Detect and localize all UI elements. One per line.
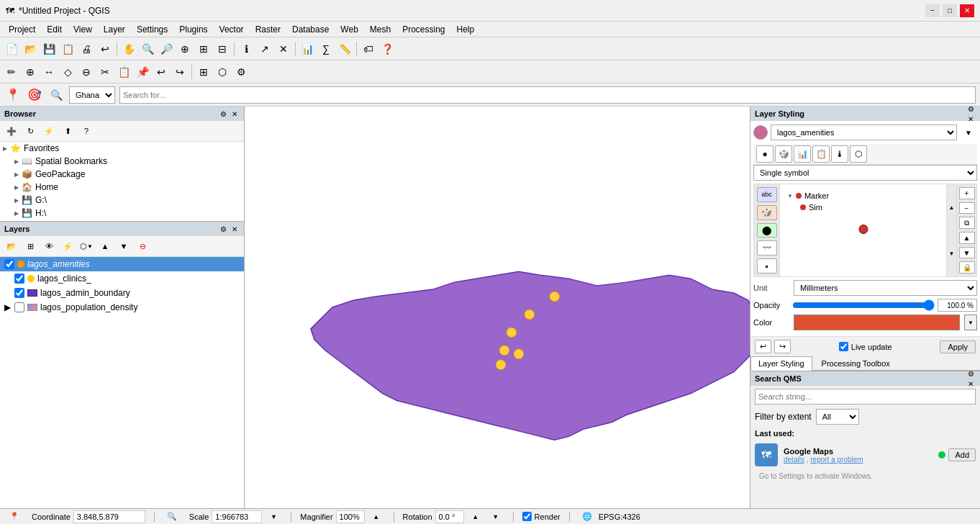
browser-item-home[interactable]: ▶ 🏠 Home [0, 181, 244, 194]
save-as-button[interactable]: 📋 [59, 40, 76, 58]
symbol-tree-sim[interactable]: Sim [786, 202, 940, 213]
lock-symbol-btn[interactable]: 🔒 [959, 261, 975, 274]
layer-styling-close-button[interactable]: ✕ [966, 114, 976, 124]
advanced-edit-button[interactable]: ⚙ [232, 63, 250, 81]
maximize-button[interactable]: □ [943, 4, 957, 17]
browser-item-bookmarks[interactable]: ▶ 📖 Spatial Bookmarks [0, 155, 244, 168]
layer-styling-settings-button[interactable]: ⚙ [966, 104, 976, 114]
zoom-selection-button[interactable]: ⊟ [214, 40, 231, 58]
browser-item-g-drive[interactable]: ▶ 💾 G:\ [0, 194, 244, 207]
layer-item-clinics[interactable]: lagos_clinics_ [0, 271, 244, 286]
layer-color-indicator[interactable] [753, 125, 768, 140]
categorized-btn[interactable]: 🎲 [775, 145, 792, 163]
browser-collapse-button[interactable]: ⬆ [59, 122, 76, 140]
move-layer-down-button[interactable]: ▼ [115, 238, 132, 255]
edit-digitize-button[interactable]: ✏ [3, 63, 20, 81]
layer-item-population[interactable]: ▶ lagos_population_density [0, 300, 244, 315]
zoom-layer-button[interactable]: ⊞ [195, 40, 212, 58]
heatmap-btn[interactable]: 🌡 [831, 145, 848, 163]
menu-item-view[interactable]: View [68, 23, 98, 36]
magnifier-arrow-btn[interactable]: ▲ [368, 508, 385, 525]
menu-item-mesh[interactable]: Mesh [364, 23, 396, 36]
opacity-input[interactable] [938, 299, 977, 312]
menu-item-layer[interactable]: Layer [98, 23, 131, 36]
filter-layers-button[interactable]: ⚡ [59, 238, 76, 255]
browser-refresh-button[interactable]: ↻ [22, 122, 39, 140]
remove-layer-button[interactable]: ⊖ [134, 238, 151, 255]
magnifier-input[interactable] [336, 510, 365, 523]
show-all-layers-button[interactable]: 👁 [40, 238, 58, 255]
browser-filter-button[interactable]: ⚡ [40, 122, 58, 140]
menu-item-help[interactable]: Help [451, 23, 481, 36]
google-maps-report-link[interactable]: report a problem [810, 456, 863, 464]
qms-settings-btn[interactable]: ⚙ [966, 369, 976, 379]
status-locate-btn[interactable]: 📍 [6, 508, 23, 525]
rotation-input[interactable] [435, 510, 464, 523]
layer-item-amenities[interactable]: lagos_amenities [0, 257, 244, 271]
new-project-button[interactable]: 📄 [3, 40, 20, 58]
copy-feature-button[interactable]: 📋 [115, 63, 132, 81]
paste-feature-button[interactable]: 📌 [134, 63, 151, 81]
symbol-scroll-up[interactable]: ▲ [947, 184, 956, 230]
render-checkbox[interactable] [522, 512, 532, 521]
symbol-type-dropdown[interactable]: Single symbol [753, 165, 977, 181]
scale-input[interactable] [212, 510, 262, 523]
symbol-tree-marker[interactable]: ▼ Marker [786, 190, 940, 202]
snap-button[interactable]: ⊞ [195, 63, 212, 81]
color-swatch[interactable] [794, 315, 960, 330]
save-project-button[interactable]: 💾 [40, 40, 58, 58]
cut-feature-button[interactable]: ✂ [96, 63, 114, 81]
undo-edit-button[interactable]: ↩ [153, 63, 170, 81]
graduated-btn[interactable]: 📊 [794, 145, 811, 163]
layers-close-button[interactable]: ✕ [230, 224, 240, 234]
abc-label-btn[interactable]: abc [757, 187, 777, 202]
minimize-button[interactable]: − [925, 4, 940, 17]
scale-dropdown-btn[interactable]: ▼ [265, 508, 282, 525]
menu-item-processing[interactable]: Processing [396, 23, 450, 36]
zoom-out-button[interactable]: 🔎 [158, 40, 175, 58]
rule-based-btn[interactable]: 📋 [812, 145, 830, 163]
qms-filter-select[interactable]: All [816, 409, 859, 425]
google-maps-add-btn[interactable]: Add [948, 448, 976, 461]
rotation-up-btn[interactable]: ▲ [467, 508, 484, 525]
symbol-marker-btn[interactable]: ⬤ [757, 223, 777, 238]
apply-button[interactable]: Apply [940, 340, 976, 353]
unit-select[interactable]: Millimeters [794, 280, 977, 296]
open-layer-dialog-button[interactable]: 📂 [3, 238, 20, 255]
field-calculator-button[interactable]: ∑ [317, 40, 335, 58]
identify-button[interactable]: ℹ [237, 40, 255, 58]
opacity-slider[interactable] [792, 299, 935, 311]
location-country-select[interactable]: Ghana [69, 86, 115, 104]
trace-button[interactable]: ⬡ [214, 63, 231, 81]
qgis-help-button[interactable]: ❓ [378, 40, 396, 58]
close-button[interactable]: ✕ [960, 4, 974, 17]
tab-layer-styling[interactable]: Layer Styling [750, 356, 812, 371]
google-maps-details-link[interactable]: details [784, 456, 804, 464]
attribute-table-button[interactable]: 📊 [299, 40, 316, 58]
color-dropdown-btn[interactable]: ▼ [964, 315, 977, 330]
browser-close-button[interactable]: ✕ [230, 109, 240, 119]
browser-item-geopackage[interactable]: ▶ 📦 GeoPackage [0, 168, 244, 181]
menu-item-database[interactable]: Database [286, 23, 335, 36]
layer-item-admin[interactable]: lagos_admin_boundary [0, 286, 244, 300]
layer-amenities-checkbox[interactable] [4, 259, 14, 269]
remove-symbol-layer-btn[interactable]: − [959, 202, 975, 214]
redo-styling-btn[interactable]: ↪ [774, 340, 791, 353]
live-update-checkbox[interactable] [839, 342, 848, 351]
filter-legend-button[interactable]: ⬡▼ [78, 238, 95, 255]
geosearch-button[interactable]: 🔍 [47, 86, 65, 104]
layer-selector-arrow[interactable]: ▼ [960, 124, 977, 141]
2-5d-btn[interactable]: ⬡ [850, 145, 867, 163]
location-icon-button[interactable]: 📍 [4, 86, 22, 104]
symbol-fill-btn[interactable]: ▪ [757, 258, 777, 274]
undo-styling-btn[interactable]: ↩ [755, 340, 771, 353]
add-symbol-layer-btn[interactable]: + [959, 187, 975, 199]
select-button[interactable]: ↗ [256, 40, 273, 58]
pan-button[interactable]: ✋ [120, 40, 137, 58]
zoom-in-button[interactable]: 🔍 [139, 40, 156, 58]
menu-item-web[interactable]: Web [335, 23, 363, 36]
delete-feature-button[interactable]: ⊖ [78, 63, 95, 81]
layer-admin-checkbox[interactable] [14, 288, 24, 298]
symbol-scroll-down[interactable]: ▼ [947, 230, 956, 276]
move-symbol-down-btn[interactable]: ▼ [959, 247, 975, 259]
